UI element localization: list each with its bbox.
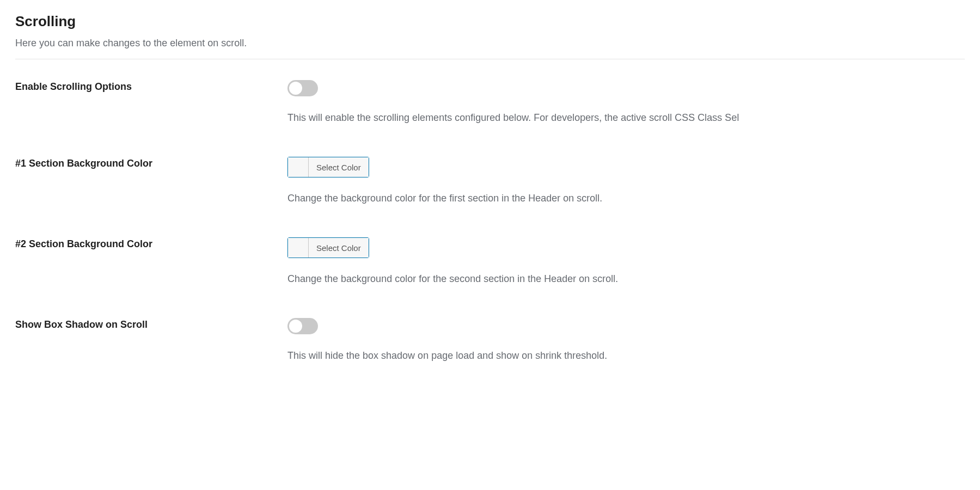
color-button-label: Select Color	[309, 238, 369, 258]
field-label-box-shadow: Show Box Shadow on Scroll	[15, 318, 287, 330]
box-shadow-toggle[interactable]	[287, 318, 318, 334]
field-label-enable-scrolling: Enable Scrolling Options	[15, 80, 287, 93]
toggle-knob-icon	[289, 320, 302, 333]
field-description-section2-bg: Change the background color for the seco…	[287, 272, 965, 286]
field-control-section1-bg: Select Color Change the background color…	[287, 157, 965, 206]
field-control-section2-bg: Select Color Change the background color…	[287, 237, 965, 286]
section-subtitle: Here you can make changes to the element…	[15, 38, 965, 49]
field-row-enable-scrolling: Enable Scrolling Options This will enabl…	[15, 80, 965, 125]
field-row-section2-bg: #2 Section Background Color Select Color…	[15, 237, 965, 286]
section2-bg-color-button[interactable]: Select Color	[287, 237, 369, 258]
field-row-box-shadow: Show Box Shadow on Scroll This will hide…	[15, 318, 965, 363]
toggle-knob-icon	[289, 82, 302, 95]
field-control-enable-scrolling: This will enable the scrolling elements …	[287, 80, 965, 125]
field-description-enable-scrolling: This will enable the scrolling elements …	[287, 111, 965, 125]
field-row-section1-bg: #1 Section Background Color Select Color…	[15, 157, 965, 206]
color-swatch-icon	[288, 238, 309, 258]
section-divider	[15, 59, 965, 59]
color-swatch-icon	[288, 157, 309, 177]
color-button-label: Select Color	[309, 157, 369, 177]
section1-bg-color-button[interactable]: Select Color	[287, 157, 369, 177]
enable-scrolling-toggle[interactable]	[287, 80, 318, 96]
field-control-box-shadow: This will hide the box shadow on page lo…	[287, 318, 965, 363]
field-description-section1-bg: Change the background color for the firs…	[287, 191, 965, 206]
field-label-section1-bg: #1 Section Background Color	[15, 157, 287, 169]
section-title: Scrolling	[15, 13, 965, 30]
field-description-box-shadow: This will hide the box shadow on page lo…	[287, 348, 965, 363]
field-label-section2-bg: #2 Section Background Color	[15, 237, 287, 250]
